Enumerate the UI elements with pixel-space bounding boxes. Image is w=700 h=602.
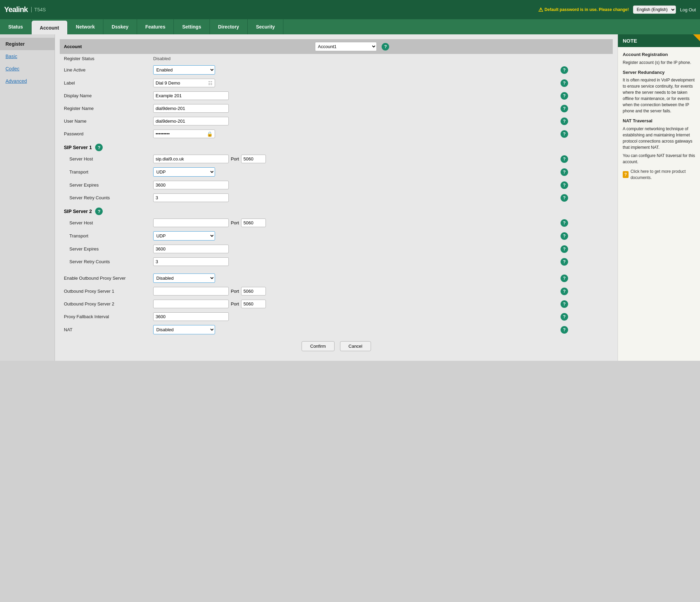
outbound-proxy1-port-input[interactable] <box>241 287 266 296</box>
user-name-input[interactable] <box>153 117 229 125</box>
tab-security[interactable]: Security <box>248 19 283 34</box>
register-name-help-icon[interactable]: ? <box>561 105 568 112</box>
sip2-server-retry-label: Server Retry Counts <box>60 255 149 268</box>
sip2-server-host-input[interactable] <box>153 219 229 227</box>
corner-decoration <box>693 34 700 41</box>
note-section1-body: Register account (s) for the IP phone. <box>623 59 695 66</box>
nav-tabs: Status Account Network Dsskey Features S… <box>0 19 700 34</box>
proxy-fallback-input[interactable] <box>153 312 229 321</box>
sip2-server-host-label: Server Host <box>60 216 149 229</box>
main-layout: Register Basic Codec Advanced Account Ac… <box>0 34 700 361</box>
row-register-status: Register Status Disabled <box>60 54 613 63</box>
register-name-value <box>149 102 555 115</box>
sip2-server-expires-input[interactable] <box>153 245 229 253</box>
outbound-proxy2-port-row: Port <box>153 300 266 308</box>
sip2-port-input[interactable] <box>241 219 266 227</box>
proxy-fallback-help-icon[interactable]: ? <box>561 313 568 321</box>
password-input[interactable] <box>154 130 205 138</box>
register-name-input[interactable] <box>153 104 229 113</box>
outbound-proxy2-input[interactable] <box>153 300 229 308</box>
sip2-port-label: Port <box>231 220 239 225</box>
user-name-label: User Name <box>60 115 149 127</box>
row-display-name: Display Name ? <box>60 89 613 102</box>
sip2-server-expires-help-icon[interactable]: ? <box>561 245 568 253</box>
line-active-help-icon[interactable]: ? <box>561 66 568 74</box>
sip1-server-host-help-icon[interactable]: ? <box>561 155 568 163</box>
sip1-server-retry-label: Server Retry Counts <box>60 191 149 204</box>
sip1-server-expires-input[interactable] <box>153 181 229 189</box>
tab-network[interactable]: Network <box>68 19 103 34</box>
nat-value: Disabled <box>149 323 555 336</box>
cancel-button[interactable]: Cancel <box>340 341 371 351</box>
sip1-section-header: SIP Server 1 ? <box>60 140 613 153</box>
row-sip2-server-host: Server Host Port ? <box>60 216 613 229</box>
display-name-input[interactable] <box>153 91 229 100</box>
sip1-transport-label: Transport <box>60 165 149 179</box>
sip1-server-expires-help-icon[interactable]: ? <box>561 181 568 189</box>
tab-account[interactable]: Account <box>32 21 68 34</box>
nat-select[interactable]: Disabled <box>153 325 215 334</box>
nat-help-icon[interactable]: ? <box>561 326 568 334</box>
sip1-server-retry-help-icon[interactable]: ? <box>561 194 568 202</box>
sidebar-item-register[interactable]: Register <box>0 38 55 50</box>
sip2-transport-label: Transport <box>60 229 149 243</box>
row-password: Password 🔒 ? <box>60 127 613 140</box>
sip1-transport-select[interactable]: UDP <box>153 167 215 177</box>
outbound-proxy1-input[interactable] <box>153 287 229 296</box>
register-status-label: Register Status <box>60 54 149 63</box>
tab-status[interactable]: Status <box>0 19 32 34</box>
sip1-server-retry-input[interactable] <box>153 193 229 202</box>
sidebar-item-codec[interactable]: Codec <box>0 63 55 75</box>
display-name-help-icon[interactable]: ? <box>561 92 568 100</box>
outbound-proxy-help-icon[interactable]: ? <box>561 275 568 282</box>
tab-features[interactable]: Features <box>137 19 174 34</box>
row-sip1-server-retry: Server Retry Counts ? <box>60 191 613 204</box>
sip2-server-host-help-icon[interactable]: ? <box>561 219 568 227</box>
outbound-proxy1-value: Port <box>149 285 555 298</box>
line-active-select[interactable]: Enabled <box>153 65 215 75</box>
note-link[interactable]: ? Click here to get more product documen… <box>623 168 695 181</box>
form-table: Account Account1 ? Register Status <box>60 39 613 336</box>
sip1-header-help-icon[interactable]: ? <box>95 144 103 151</box>
outbound-proxy-select[interactable]: Disabled <box>153 274 215 283</box>
outbound-proxy1-help-icon[interactable]: ? <box>561 288 568 295</box>
tab-dsskey[interactable]: Dsskey <box>103 19 137 34</box>
logout-button[interactable]: Log Out <box>680 7 696 12</box>
tab-directory[interactable]: Directory <box>210 19 248 34</box>
user-name-value <box>149 115 555 127</box>
user-name-help-icon[interactable]: ? <box>561 118 568 125</box>
account-select[interactable]: Account1 <box>315 42 377 51</box>
label-label: Label <box>60 77 149 89</box>
sidebar-item-advanced[interactable]: Advanced <box>0 75 55 87</box>
sip2-transport-select[interactable]: UDP <box>153 231 215 241</box>
sip2-header-help-icon[interactable]: ? <box>95 208 103 215</box>
outbound-proxy2-help-icon[interactable]: ? <box>561 300 568 308</box>
outbound-proxy2-port-label: Port <box>231 301 239 306</box>
note-link-text[interactable]: Click here to get more product documents… <box>631 168 695 181</box>
register-name-label: Register Name <box>60 102 149 115</box>
note-panel: NOTE Account Registration Register accou… <box>618 34 700 361</box>
sip2-server-retry-help-icon[interactable]: ? <box>561 258 568 266</box>
sip1-server-expires-label: Server Expires <box>60 179 149 191</box>
sip1-server-host-input[interactable] <box>153 155 229 163</box>
tab-settings[interactable]: Settings <box>174 19 210 34</box>
account-help-icon[interactable]: ? <box>382 43 389 51</box>
sip1-port-input[interactable] <box>241 155 266 163</box>
sip1-transport-help-icon[interactable]: ? <box>561 168 568 176</box>
confirm-button[interactable]: Confirm <box>302 341 335 351</box>
sidebar-item-basic[interactable]: Basic <box>0 50 55 63</box>
sip2-header-row: SIP Server 2 ? <box>60 204 613 216</box>
proxy-fallback-value <box>149 310 555 323</box>
language-select[interactable]: English (English) <box>633 5 676 14</box>
label-input[interactable] <box>154 79 206 87</box>
password-toggle-icon[interactable]: 🔒 <box>205 131 215 137</box>
label-help-icon[interactable]: ? <box>561 79 568 87</box>
sip2-server-retry-input[interactable] <box>153 257 229 266</box>
sip1-header-row: SIP Server 1 ? <box>60 140 613 153</box>
sip2-transport-help-icon[interactable]: ? <box>561 232 568 240</box>
outbound-proxy2-port-input[interactable] <box>241 300 266 308</box>
password-help-icon[interactable]: ? <box>561 130 568 138</box>
note-body: Account Registration Register account (s… <box>618 47 700 185</box>
outbound-proxy1-port-row: Port <box>153 287 266 296</box>
top-right: ⚠ Default password is in use. Please cha… <box>538 5 696 14</box>
